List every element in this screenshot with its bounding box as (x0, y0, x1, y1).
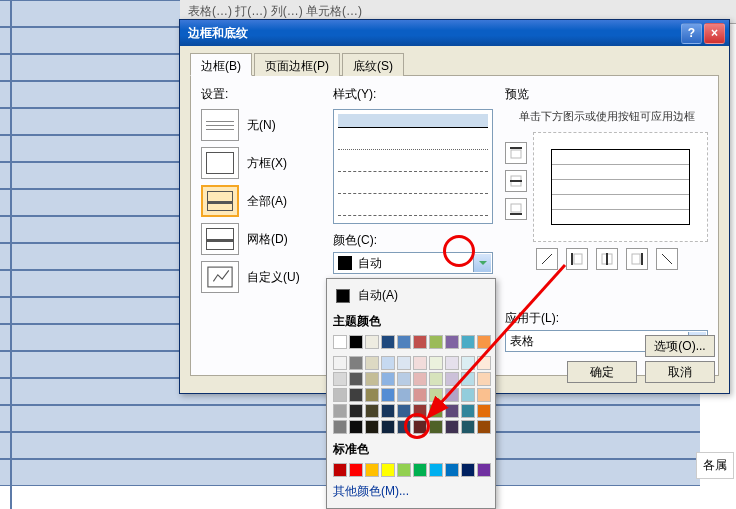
color-swatch[interactable] (349, 335, 363, 349)
dropdown-arrow-icon[interactable] (473, 254, 491, 272)
color-swatch[interactable] (477, 388, 491, 402)
color-swatch[interactable] (349, 463, 363, 477)
color-swatch[interactable] (413, 388, 427, 402)
color-swatch[interactable] (445, 420, 459, 434)
color-swatch[interactable] (365, 388, 379, 402)
color-swatch[interactable] (381, 372, 395, 386)
color-swatch[interactable] (461, 404, 475, 418)
color-swatch[interactable] (397, 356, 411, 370)
color-swatch[interactable] (397, 404, 411, 418)
color-swatch[interactable] (461, 356, 475, 370)
color-swatch[interactable] (397, 388, 411, 402)
color-swatch[interactable] (365, 463, 379, 477)
color-swatch[interactable] (477, 356, 491, 370)
color-swatch[interactable] (381, 420, 395, 434)
preview-vmiddle-border-button[interactable] (596, 248, 618, 270)
color-swatch[interactable] (461, 372, 475, 386)
color-swatch[interactable] (381, 388, 395, 402)
preview-diag1-button[interactable] (536, 248, 558, 270)
setting-none[interactable]: 无(N) (201, 109, 321, 141)
more-colors-option[interactable]: 其他颜色(M)... (331, 479, 491, 504)
tab-border[interactable]: 边框(B) (190, 53, 252, 76)
color-swatch[interactable] (333, 335, 347, 349)
color-swatch[interactable] (413, 463, 427, 477)
color-swatch[interactable] (397, 372, 411, 386)
color-swatch[interactable] (333, 463, 347, 477)
color-swatch[interactable] (349, 420, 363, 434)
svg-rect-9 (574, 254, 582, 264)
preview-diag2-button[interactable] (656, 248, 678, 270)
preview-left-border-button[interactable] (566, 248, 588, 270)
ok-button[interactable]: 确定 (567, 361, 637, 383)
help-button[interactable]: ? (681, 23, 702, 44)
color-swatch[interactable] (477, 404, 491, 418)
color-swatch[interactable] (429, 420, 443, 434)
color-swatch[interactable] (445, 372, 459, 386)
color-swatch[interactable] (461, 420, 475, 434)
color-swatch[interactable] (365, 404, 379, 418)
setting-all[interactable]: 全部(A) (201, 185, 321, 217)
color-swatch[interactable] (365, 372, 379, 386)
color-swatch[interactable] (445, 388, 459, 402)
color-swatch[interactable] (477, 335, 491, 349)
color-swatch[interactable] (429, 388, 443, 402)
color-swatch[interactable] (477, 420, 491, 434)
preview-right-border-button[interactable] (626, 248, 648, 270)
color-swatch[interactable] (397, 463, 411, 477)
tab-page-border[interactable]: 页面边框(P) (254, 53, 340, 76)
setting-box[interactable]: 方框(X) (201, 147, 321, 179)
color-swatch[interactable] (429, 404, 443, 418)
cancel-button[interactable]: 取消 (645, 361, 715, 383)
color-swatch[interactable] (333, 420, 347, 434)
color-swatch[interactable] (381, 404, 395, 418)
setting-custom[interactable]: 自定义(U) (201, 261, 321, 293)
color-swatch[interactable] (365, 420, 379, 434)
color-swatch[interactable] (413, 335, 427, 349)
color-swatch[interactable] (477, 463, 491, 477)
preview-hmiddle-border-button[interactable] (505, 170, 527, 192)
color-swatch[interactable] (397, 335, 411, 349)
color-swatch[interactable] (365, 356, 379, 370)
color-swatch[interactable] (413, 420, 427, 434)
color-swatch[interactable] (429, 335, 443, 349)
color-swatch[interactable] (445, 404, 459, 418)
tab-shading[interactable]: 底纹(S) (342, 53, 404, 76)
color-swatch[interactable] (365, 335, 379, 349)
color-swatch[interactable] (445, 463, 459, 477)
color-swatch[interactable] (333, 388, 347, 402)
color-swatch[interactable] (381, 463, 395, 477)
color-swatch[interactable] (349, 404, 363, 418)
setting-grid[interactable]: 网格(D) (201, 223, 321, 255)
color-swatch[interactable] (333, 404, 347, 418)
color-swatch[interactable] (397, 420, 411, 434)
color-swatch[interactable] (429, 372, 443, 386)
color-dropdown[interactable]: 自动 (333, 252, 493, 274)
color-swatch[interactable] (413, 372, 427, 386)
color-swatch[interactable] (461, 335, 475, 349)
color-swatch[interactable] (461, 463, 475, 477)
color-swatch[interactable] (445, 335, 459, 349)
color-auto-option[interactable]: 自动(A) (331, 283, 491, 308)
options-button[interactable]: 选项(O)... (645, 335, 715, 357)
color-swatch[interactable] (429, 463, 443, 477)
color-swatch[interactable] (349, 372, 363, 386)
color-swatch[interactable] (349, 356, 363, 370)
preview-diagram[interactable] (533, 132, 708, 242)
color-swatch[interactable] (477, 372, 491, 386)
color-swatch[interactable] (445, 356, 459, 370)
color-swatch[interactable] (429, 356, 443, 370)
preview-bottom-border-button[interactable] (505, 198, 527, 220)
dialog-titlebar[interactable]: 边框和底纹 ? × (180, 20, 729, 46)
style-listbox[interactable] (333, 109, 493, 224)
preview-top-border-button[interactable] (505, 142, 527, 164)
color-swatch[interactable] (333, 372, 347, 386)
color-swatch[interactable] (413, 404, 427, 418)
color-swatch[interactable] (461, 388, 475, 402)
color-swatch[interactable] (349, 388, 363, 402)
color-swatch-icon (338, 256, 352, 270)
color-swatch[interactable] (333, 356, 347, 370)
color-swatch[interactable] (381, 356, 395, 370)
close-button[interactable]: × (704, 23, 725, 44)
color-swatch[interactable] (381, 335, 395, 349)
color-swatch[interactable] (413, 356, 427, 370)
